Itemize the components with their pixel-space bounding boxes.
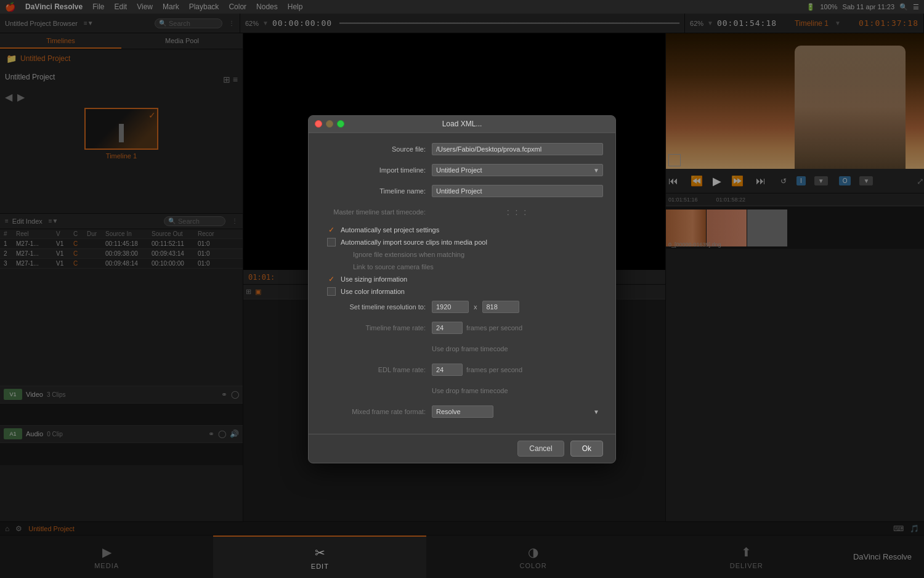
check-color-label: Use color information	[341, 288, 405, 295]
edl-fps-dropdown[interactable]: 24	[432, 364, 463, 376]
traffic-lights	[315, 120, 344, 128]
mixed-frame-row: Mixed frame rate format: Resolve ▼	[321, 404, 603, 419]
timecode-dots: : : :	[432, 207, 603, 217]
timeline-fps-dropdown[interactable]: 24	[432, 322, 463, 334]
check-ignore-ext-label: Ignore file extensions when matching	[353, 251, 464, 258]
import-timeline-dropdown[interactable]: Untitled Project	[432, 164, 603, 176]
check-sizing-icon: ✓	[327, 275, 336, 283]
check-auto-import-box[interactable]	[327, 238, 336, 246]
resolution-width-input[interactable]	[432, 301, 469, 313]
source-file-input[interactable]	[432, 143, 603, 155]
dialog-title: Load XML...	[442, 120, 482, 128]
edl-fps-unit-label: frames per second	[466, 366, 522, 373]
timeline-fps-row: Timeline frame rate: 24 frames per secon…	[321, 320, 603, 335]
check-sizing-row: ✓ Use sizing information	[321, 275, 603, 283]
mixed-frame-label: Mixed frame rate format:	[321, 408, 432, 415]
fps-unit-label: frames per second	[466, 324, 522, 332]
edl-fps-row: EDL frame rate: 24 frames per second	[321, 362, 603, 377]
check-auto-project-label: Automatically set project settings	[341, 226, 439, 234]
import-timeline-label: Import timeline:	[321, 166, 432, 174]
cancel-button[interactable]: Cancel	[517, 441, 564, 457]
source-file-row: Source file:	[321, 142, 603, 157]
drop-frame-label: Use drop frame timecode	[432, 345, 508, 352]
check-sizing-label: Use sizing information	[341, 275, 407, 283]
timeline-name-label: Timeline name:	[321, 187, 432, 195]
check-link-source-row: Link to source camera files	[321, 263, 603, 271]
check-auto-project-icon: ✓	[327, 226, 336, 234]
check-color-box[interactable]	[327, 287, 336, 296]
timeline-fps-label: Timeline frame rate:	[321, 324, 432, 332]
mixed-frame-dropdown-wrapper: Resolve ▼	[432, 405, 603, 418]
maximize-button[interactable]	[337, 120, 344, 128]
check-color-row: Use color information	[321, 287, 603, 296]
timeline-fps-dropdown-wrapper: 24	[432, 322, 463, 334]
master-timeline-label: Master timeline start timecode:	[321, 208, 432, 216]
edl-fps-wrapper: 24 frames per second	[432, 364, 522, 376]
edl-fps-label: EDL frame rate:	[321, 366, 432, 373]
close-button[interactable]	[315, 120, 322, 128]
ok-button[interactable]: Ok	[570, 441, 603, 457]
dialog-titlebar: Load XML...	[309, 116, 615, 133]
drop-frame-row: Use drop frame timecode	[321, 341, 603, 356]
dialog-overlay: Load XML... Source file: Import timeline…	[0, 0, 924, 578]
check-link-source-box	[339, 263, 348, 271]
source-file-label: Source file:	[321, 145, 432, 153]
edl-drop-frame-label: Use drop frame timecode	[432, 387, 508, 394]
import-timeline-row: Import timeline: Untitled Project ▼	[321, 163, 603, 177]
timeline-name-input[interactable]	[432, 185, 603, 197]
check-auto-project-row: ✓ Automatically set project settings	[321, 226, 603, 234]
timeline-name-row: Timeline name:	[321, 184, 603, 198]
mixed-frame-arrow-icon: ▼	[593, 408, 599, 415]
check-ignore-ext-box	[339, 250, 348, 259]
resolution-height-input[interactable]	[482, 301, 519, 313]
resolution-row: Set timeline resolution to: x	[321, 299, 603, 314]
check-ignore-ext-row: Ignore file extensions when matching	[321, 250, 603, 259]
dialog-body: Source file: Import timeline: Untitled P…	[309, 133, 615, 434]
master-timeline-row: Master timeline start timecode: : : :	[321, 205, 603, 219]
resolution-x-label: x	[474, 303, 477, 311]
load-xml-dialog: Load XML... Source file: Import timeline…	[308, 115, 616, 463]
edl-fps-dropdown-wrapper: 24	[432, 364, 463, 376]
minimize-button	[326, 120, 333, 128]
check-link-source-label: Link to source camera files	[353, 263, 434, 271]
dialog-footer: Cancel Ok	[309, 434, 615, 463]
fps-wrapper: 24 frames per second	[432, 322, 522, 334]
check-auto-import-label: Automatically import source clips into m…	[341, 238, 487, 246]
resolution-label: Set timeline resolution to:	[321, 303, 432, 311]
check-auto-import-row: Automatically import source clips into m…	[321, 238, 603, 246]
import-timeline-dropdown-wrapper: Untitled Project ▼	[432, 164, 603, 176]
mixed-frame-dropdown[interactable]: Resolve	[432, 405, 493, 418]
edl-drop-frame-row: Use drop frame timecode	[321, 383, 603, 398]
